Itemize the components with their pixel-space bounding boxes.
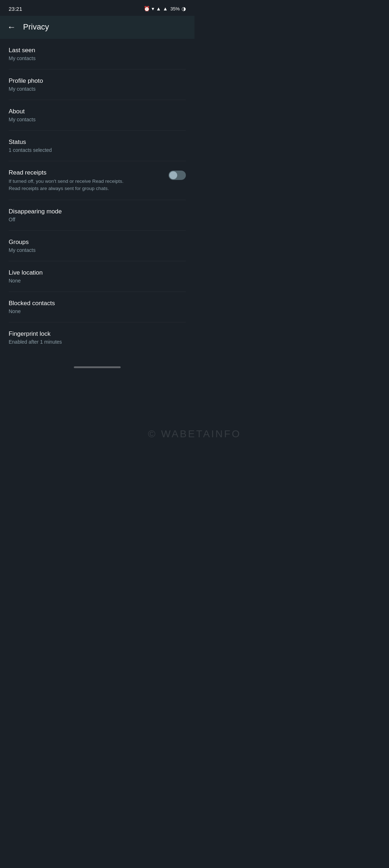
live-location-subtitle: None — [9, 278, 186, 284]
groups-subtitle: My contacts — [9, 247, 186, 253]
settings-item-text-read-receipts: Read receipts If turned off, you won't s… — [9, 169, 169, 192]
wifi-icon: ▾ — [152, 6, 154, 12]
status-icons: ⏰ ▾ ▲ ▲ 35% ◑ — [144, 6, 186, 12]
disappearing-mode-title: Disappearing mode — [9, 208, 186, 215]
toggle-knob — [169, 171, 177, 179]
settings-item-text-disappearing-mode: Disappearing mode Off — [9, 208, 186, 222]
settings-item-last-seen[interactable]: Last seen My contacts — [0, 39, 194, 69]
settings-item-text-fingerprint-lock: Fingerprint lock Enabled after 1 minutes — [9, 330, 186, 345]
settings-item-fingerprint-lock[interactable]: Fingerprint lock Enabled after 1 minutes — [0, 322, 194, 353]
disappearing-mode-subtitle: Off — [9, 217, 186, 222]
settings-item-about[interactable]: About My contacts — [0, 100, 194, 130]
settings-item-text-status: Status 1 contacts selected — [9, 139, 186, 153]
watermark: © WABETAINFO — [148, 428, 194, 434]
groups-title: Groups — [9, 239, 186, 246]
battery-level: 35% — [170, 6, 180, 12]
toolbar: ← Privacy — [0, 16, 194, 39]
live-location-title: Live location — [9, 269, 186, 276]
last-seen-title: Last seen — [9, 47, 186, 54]
signal-icon-1: ▲ — [156, 6, 161, 12]
page-title: Privacy — [23, 22, 49, 32]
signal-icon-2: ▲ — [163, 6, 168, 12]
settings-list: Last seen My contacts Profile photo My c… — [0, 39, 194, 353]
about-subtitle: My contacts — [9, 117, 186, 122]
read-receipts-title: Read receipts — [9, 169, 169, 176]
fingerprint-lock-title: Fingerprint lock — [9, 330, 186, 338]
read-receipts-toggle[interactable] — [169, 171, 186, 180]
settings-item-text-blocked-contacts: Blocked contacts None — [9, 300, 186, 314]
profile-photo-subtitle: My contacts — [9, 86, 186, 92]
read-receipts-description: If turned off, you won't send or receive… — [9, 178, 131, 192]
last-seen-subtitle: My contacts — [9, 55, 186, 61]
settings-item-text-about: About My contacts — [9, 108, 186, 122]
status-title: Status — [9, 139, 186, 146]
bottom-nav-bar — [0, 360, 194, 373]
alarm-icon: ⏰ — [144, 6, 150, 12]
settings-item-live-location[interactable]: Live location None — [0, 261, 194, 291]
settings-item-text-groups: Groups My contacts — [9, 239, 186, 253]
settings-item-groups[interactable]: Groups My contacts — [0, 231, 194, 261]
back-button[interactable]: ← — [7, 22, 16, 32]
fingerprint-lock-subtitle: Enabled after 1 minutes — [9, 339, 186, 345]
settings-item-text-last-seen: Last seen My contacts — [9, 47, 186, 61]
status-subtitle: 1 contacts selected — [9, 147, 186, 153]
profile-photo-title: Profile photo — [9, 77, 186, 85]
home-indicator — [74, 366, 121, 368]
settings-item-text-live-location: Live location None — [9, 269, 186, 284]
settings-item-read-receipts[interactable]: Read receipts If turned off, you won't s… — [0, 161, 194, 200]
status-time: 23:21 — [9, 6, 22, 12]
settings-item-disappearing-mode[interactable]: Disappearing mode Off — [0, 200, 194, 230]
blocked-contacts-subtitle: None — [9, 308, 186, 314]
settings-item-blocked-contacts[interactable]: Blocked contacts None — [0, 292, 194, 322]
about-title: About — [9, 108, 186, 115]
settings-item-status[interactable]: Status 1 contacts selected — [0, 131, 194, 161]
settings-item-text-profile-photo: Profile photo My contacts — [9, 77, 186, 92]
blocked-contacts-title: Blocked contacts — [9, 300, 186, 307]
battery-icon: ◑ — [182, 6, 186, 12]
status-bar: 23:21 ⏰ ▾ ▲ ▲ 35% ◑ — [0, 0, 194, 16]
read-receipts-toggle-container[interactable] — [169, 169, 186, 180]
settings-item-profile-photo[interactable]: Profile photo My contacts — [0, 69, 194, 100]
